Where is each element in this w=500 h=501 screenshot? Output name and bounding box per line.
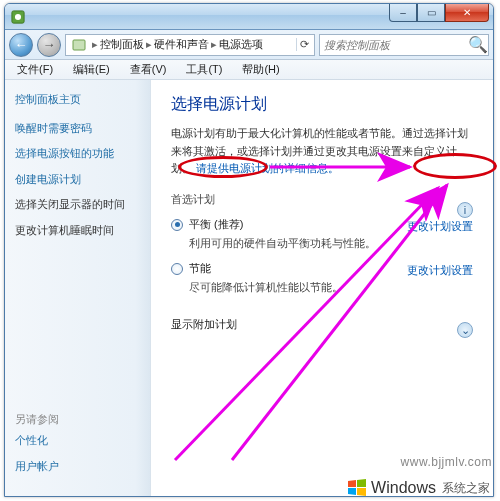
windows-logo-icon (347, 478, 367, 498)
show-additional-plans[interactable]: 显示附加计划 (171, 317, 473, 332)
svg-point-1 (15, 14, 21, 20)
menu-edit[interactable]: 编辑(E) (65, 60, 118, 79)
sidebar-link-sleep[interactable]: 更改计算机睡眠时间 (15, 223, 140, 238)
page-heading: 选择电源计划 (171, 94, 473, 115)
radio-saver[interactable] (171, 263, 183, 275)
change-plan-settings-balanced[interactable]: 更改计划设置 (397, 217, 473, 234)
back-button[interactable]: ← (9, 33, 33, 57)
plan-desc-balanced: 利用可用的硬件自动平衡功耗与性能。 (189, 236, 397, 251)
page-description: 电源计划有助于最大化计算机的性能或者节能。通过选择计划来将其激活，或选择计划并通… (171, 125, 473, 178)
plan-desc-saver: 尽可能降低计算机性能以节能。 (189, 280, 397, 295)
breadcrumb-segment[interactable]: 控制面板 (100, 37, 144, 52)
chevron-right-icon[interactable]: ▸ (144, 38, 154, 51)
sidebar-link-display-off[interactable]: 选择关闭显示器的时间 (15, 197, 140, 212)
address-bar: ← → ▸ 控制面板 ▸ 硬件和声音 ▸ 电源选项 ⟳ 🔍 (5, 30, 493, 60)
sidebar-see-also-heading: 另请参阅 (15, 412, 59, 427)
control-panel-icon (11, 10, 25, 24)
sidebar-home-link[interactable]: 控制面板主页 (15, 92, 140, 107)
menu-bar: 文件(F) 编辑(E) 查看(V) 工具(T) 帮助(H) (5, 60, 493, 80)
sidebar-link-create-plan[interactable]: 创建电源计划 (15, 172, 140, 187)
titlebar[interactable]: – ▭ ✕ (5, 4, 493, 30)
preferred-plans-heading: 首选计划 (171, 192, 473, 207)
breadcrumb-segment[interactable]: 硬件和声音 (154, 37, 209, 52)
radio-balanced[interactable] (171, 219, 183, 231)
menu-tools[interactable]: 工具(T) (178, 60, 230, 79)
brand-subtext: 系统之家 (442, 480, 490, 497)
close-button[interactable]: ✕ (445, 4, 489, 22)
brand-logo: Windows 系统之家 (347, 478, 490, 498)
sidebar-link-user-accounts[interactable]: 用户帐户 (15, 459, 59, 474)
sidebar-link-password[interactable]: 唤醒时需要密码 (15, 121, 140, 136)
main-panel: 选择电源计划 电源计划有助于最大化计算机的性能或者节能。通过选择计划来将其激活，… (151, 80, 493, 496)
search-input[interactable] (320, 39, 468, 51)
breadcrumb[interactable]: ▸ 控制面板 ▸ 硬件和声音 ▸ 电源选项 ⟳ (65, 34, 315, 56)
plan-title-saver: 节能 (189, 261, 397, 276)
description-link[interactable]: 请提供电源计划的详细信息。 (196, 162, 339, 174)
breadcrumb-segment[interactable]: 电源选项 (219, 37, 263, 52)
info-icon[interactable]: i (457, 202, 473, 218)
menu-file[interactable]: 文件(F) (9, 60, 61, 79)
sidebar: 控制面板主页 唤醒时需要密码 选择电源按钮的功能 创建电源计划 选择关闭显示器的… (5, 80, 151, 496)
menu-view[interactable]: 查看(V) (122, 60, 175, 79)
maximize-button[interactable]: ▭ (417, 4, 445, 22)
expand-icon[interactable]: ⌄ (457, 322, 473, 338)
change-plan-settings-saver[interactable]: 更改计划设置 (397, 261, 473, 278)
search-icon[interactable]: 🔍 (468, 35, 488, 55)
sidebar-link-personalize[interactable]: 个性化 (15, 433, 59, 448)
svg-rect-2 (73, 40, 85, 50)
plan-row-balanced: 平衡 (推荐) 利用可用的硬件自动平衡功耗与性能。 更改计划设置 (171, 217, 473, 251)
menu-help[interactable]: 帮助(H) (234, 60, 287, 79)
window-frame: – ▭ ✕ ← → ▸ 控制面板 ▸ 硬件和声音 ▸ 电源选项 ⟳ 🔍 文件(F… (4, 3, 494, 497)
window-buttons: – ▭ ✕ (389, 4, 489, 22)
forward-button[interactable]: → (37, 33, 61, 57)
chevron-right-icon[interactable]: ▸ (90, 38, 100, 51)
minimize-button[interactable]: – (389, 4, 417, 22)
content-area: 控制面板主页 唤醒时需要密码 选择电源按钮的功能 创建电源计划 选择关闭显示器的… (5, 80, 493, 496)
search-box[interactable]: 🔍 (319, 34, 489, 56)
sidebar-link-power-button[interactable]: 选择电源按钮的功能 (15, 146, 140, 161)
chevron-right-icon[interactable]: ▸ (209, 38, 219, 51)
breadcrumb-root-icon (72, 38, 86, 52)
plan-row-saver: 节能 尽可能降低计算机性能以节能。 更改计划设置 (171, 261, 473, 295)
refresh-icon[interactable]: ⟳ (296, 38, 312, 51)
sidebar-bottom: 另请参阅 个性化 用户帐户 (15, 412, 59, 484)
plan-title-balanced: 平衡 (推荐) (189, 217, 397, 232)
brand-text: Windows (371, 479, 436, 497)
